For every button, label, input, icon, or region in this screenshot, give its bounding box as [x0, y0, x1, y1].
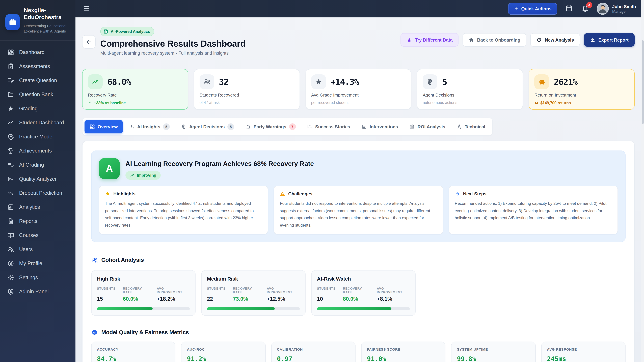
- stat-label: Agent Decisions: [423, 92, 518, 97]
- tab-badge: 5: [228, 123, 234, 130]
- refresh-icon: [536, 37, 542, 42]
- metric-cards-row: ACCURACY84.7%AUC-ROC91.2%CALIBRATION0.97…: [91, 342, 626, 362]
- dashboard-icon: [8, 49, 14, 55]
- main-content: AI-Powered Analytics Comprehensive Resul…: [76, 17, 644, 362]
- metric-label: ACCURACY: [97, 348, 170, 352]
- metric-card-system-uptime: SYSTEM UPTIME99.8%: [451, 342, 536, 362]
- sidebar-item-admin-panel[interactable]: Admin Panel: [0, 284, 76, 299]
- sidebar-item-label: Dropout Prediction: [19, 190, 62, 196]
- sidebar-item-quality-analyzer[interactable]: Quality Analyzer: [0, 172, 76, 186]
- avatar: [597, 3, 609, 15]
- sidebar-item-label: Users: [19, 246, 33, 252]
- sidebar-item-label: Question Bank: [19, 91, 53, 97]
- tab-label: Technical: [465, 124, 485, 129]
- button-label: New Analysis: [545, 37, 574, 42]
- summary-section-header: Next Steps: [455, 191, 612, 196]
- stat-icon-box: [311, 74, 326, 89]
- tab-label: Overview: [98, 124, 118, 129]
- summary-section-next-steps: Next StepsRecommended actions: 1) Expand…: [448, 186, 618, 234]
- back-to-onboarding-button[interactable]: Back to Onboarding: [463, 33, 526, 46]
- stat-icon-box: [88, 74, 103, 89]
- status-badge-label: Improving: [137, 173, 156, 178]
- new-analysis-button[interactable]: New Analysis: [530, 33, 580, 46]
- notebook-icon: [362, 124, 367, 129]
- sidebar-nav: DashboardAssessmentsCreate QuestionQuest…: [0, 40, 76, 299]
- sidebar-item-question-bank[interactable]: Question Bank: [0, 87, 76, 101]
- create-question-icon: [8, 77, 14, 84]
- sidebar-item-student-dashboard[interactable]: Student Dashboard: [0, 115, 76, 130]
- sidebar-item-courses[interactable]: Courses: [0, 228, 76, 242]
- sidebar-item-users[interactable]: Users: [0, 242, 76, 256]
- sidebar-item-achievements[interactable]: Achievements: [0, 144, 76, 158]
- practice-mode-icon: [8, 133, 14, 140]
- status-badge: Improving: [126, 171, 161, 180]
- tab-ai-insights[interactable]: AI Insights5: [124, 120, 175, 133]
- tab-overview[interactable]: Overview: [84, 120, 123, 133]
- dashboard-icon: [90, 124, 95, 129]
- tab-interventions[interactable]: Interventions: [356, 120, 403, 133]
- back-button[interactable]: [82, 35, 96, 49]
- cohort-title: High Risk: [97, 276, 190, 282]
- metric-card-avg-response: AVG RESPONSE245ms: [541, 342, 626, 362]
- sidebar-item-ai-grading[interactable]: AI Grading: [0, 158, 76, 172]
- sidebar-item-label: Settings: [19, 274, 38, 280]
- stat-label: Return on Investment: [534, 92, 629, 97]
- stat-note: per recovered student: [311, 100, 406, 105]
- scrollbar-thumb[interactable]: [642, 40, 644, 124]
- metric-label: CALIBRATION: [277, 348, 350, 352]
- stat-note: +33% vs baseline: [88, 100, 182, 105]
- metric-value: 99.8%: [457, 355, 530, 362]
- tab-technical[interactable]: Technical: [452, 120, 490, 133]
- metric-label: FAIRNESS SCORE: [367, 348, 440, 352]
- metrics-heading-label: Model Quality & Fairness Metrics: [101, 329, 189, 336]
- courses-icon: [8, 232, 14, 239]
- tab-label: Interventions: [370, 124, 398, 129]
- sidebar-item-analytics[interactable]: Analytics: [0, 200, 76, 214]
- menu-button[interactable]: [82, 4, 92, 14]
- compass-icon: [457, 124, 462, 129]
- sidebar-item-reports[interactable]: Reports: [0, 214, 76, 228]
- sidebar-item-dashboard[interactable]: Dashboard: [0, 45, 76, 59]
- grading-icon: [8, 105, 14, 112]
- calendar-button[interactable]: [564, 4, 573, 13]
- metric-label: AVG RESPONSE: [547, 348, 620, 352]
- tab-roi-analysis[interactable]: ROI Analysis: [404, 120, 450, 133]
- stat-card-top: 32: [200, 74, 294, 89]
- tab-success-stories[interactable]: Success Stories: [302, 120, 355, 133]
- sidebar-item-grading[interactable]: Grading: [0, 101, 76, 115]
- sidebar-item-assessments[interactable]: Assessments: [0, 59, 76, 73]
- summary-header: A AI Learning Recovery Program Achieves …: [99, 158, 618, 180]
- quick-actions-button[interactable]: Quick Actions: [508, 3, 557, 14]
- briefcase-icon: [8, 18, 17, 26]
- stat-note-text: $149,700 returns: [540, 101, 571, 105]
- tab-label: Success Stories: [315, 124, 350, 129]
- sidebar-item-settings[interactable]: Settings: [0, 270, 76, 284]
- arrow-up-icon: [88, 100, 92, 105]
- cohort-heading: Cohort Analysis: [91, 257, 626, 264]
- sidebar-item-my-profile[interactable]: My Profile: [0, 256, 76, 270]
- sidebar-item-label: Practice Mode: [19, 134, 52, 140]
- sidebar-item-dropout-prediction[interactable]: Dropout Prediction: [0, 186, 76, 200]
- sidebar: Nexgile-EduOrchestra Orchestrating Educa…: [0, 0, 76, 362]
- cohort-recovery: 73.0%: [233, 296, 259, 302]
- achievements-icon: [8, 147, 14, 154]
- cohort-improvement: +8.1%: [377, 296, 410, 302]
- stat-note: of 47 at-risk: [200, 100, 294, 105]
- user-menu[interactable]: John Smith Manager: [597, 3, 636, 15]
- button-label: Try Different Data: [415, 37, 453, 42]
- cohort-progress-fill: [207, 308, 275, 310]
- tab-early-warnings[interactable]: Early Warnings7: [240, 120, 301, 133]
- tab-label: ROI Analysis: [418, 124, 445, 129]
- tab-agent-decisions[interactable]: Agent Decisions5: [176, 120, 239, 133]
- sidebar-item-practice-mode[interactable]: Practice Mode: [0, 130, 76, 144]
- summary-title: AI Learning Recovery Program Achieves 68…: [126, 160, 314, 168]
- metric-label: AUC-ROC: [187, 348, 260, 352]
- metric-card-accuracy: ACCURACY84.7%: [91, 342, 176, 362]
- quality-analyzer-icon: [8, 175, 14, 182]
- scrollbar[interactable]: [641, 0, 644, 362]
- sidebar-item-create-question[interactable]: Create Question: [0, 73, 76, 87]
- notifications-button[interactable]: 4: [580, 4, 589, 13]
- export-report-button[interactable]: Export Report: [584, 33, 634, 46]
- stat-card-agent-decisions: 5Agent Decisionsautonomous actions: [417, 69, 523, 110]
- try-different-data-button[interactable]: Try Different Data: [400, 33, 459, 46]
